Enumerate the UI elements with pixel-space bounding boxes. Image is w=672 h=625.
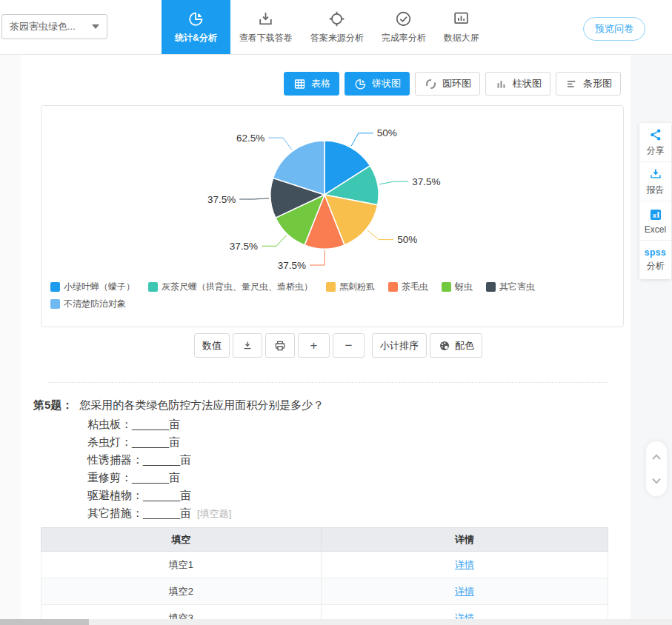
tab-3[interactable]: 完成率分析 xyxy=(373,0,435,54)
question-title: 您采用的各类绿色防控方法应用面积分别是多少？ xyxy=(79,398,324,412)
palette-icon xyxy=(438,339,451,352)
legend-marker xyxy=(442,282,451,292)
scroll-up-button[interactable] xyxy=(648,448,665,466)
legend-item[interactable]: 不清楚防治对象 xyxy=(50,298,126,310)
legend-item[interactable]: 黑刺粉虱 xyxy=(326,281,375,293)
survey-selector-value: 茶园害虫绿色... xyxy=(10,20,76,33)
chart-legend: 小绿叶蝉（蠓子）灰茶尺蠖（拱背虫、量尺虫、造桥虫）黑刺粉虱茶毛虫蚜虫其它害虫不清… xyxy=(50,281,615,310)
fill-blank-table: 填空 详情 填空1详情填空2详情填空3详情 xyxy=(41,527,608,625)
pie-label-line xyxy=(239,198,269,199)
chart-type-button-4[interactable]: 条形图 xyxy=(556,72,621,96)
legend-label: 黑刺粉虱 xyxy=(339,281,375,293)
legend-item[interactable]: 茶毛虫 xyxy=(388,281,428,293)
chart-type-label: 条形图 xyxy=(583,77,612,90)
caret-down-icon xyxy=(92,24,99,29)
blank-line-text: 重修剪：______亩 xyxy=(87,471,180,484)
pie-label: 37.5% xyxy=(278,260,306,271)
column-header-blank: 填空 xyxy=(41,528,322,552)
pie-label: 50% xyxy=(397,234,417,245)
legend-marker xyxy=(50,282,60,292)
detail-cell: 详情 xyxy=(321,578,608,605)
table-row: 填空2详情 xyxy=(41,578,608,605)
chart-type-button-2[interactable]: 圆环图 xyxy=(415,72,480,96)
chart-type-label: 饼状图 xyxy=(372,77,401,90)
print-icon xyxy=(273,339,287,352)
chart-toolbar-button-小计排序[interactable]: 小计排序 xyxy=(372,333,427,358)
side-toolbar-item-share[interactable]: 分享 xyxy=(639,123,671,162)
legend-label: 茶毛虫 xyxy=(402,281,428,293)
download-tray-icon xyxy=(256,10,275,28)
survey-analysis-page: 茶园害虫绿色... 统计&分析查看下载答卷答案来源分析完成率分析数据大屏 预览问… xyxy=(0,0,672,625)
chart-toolbar-button-数值[interactable]: 数值 xyxy=(194,333,230,358)
chart-toolbar-button-+[interactable]: + xyxy=(298,333,330,358)
blank-line-text: 杀虫灯：______亩 xyxy=(87,435,180,448)
legend-marker xyxy=(148,282,158,292)
blank-line-text: 其它措施：______亩 xyxy=(87,507,191,519)
chart-type-label: 表格 xyxy=(311,77,330,90)
tab-2[interactable]: 答案来源分析 xyxy=(302,0,373,54)
blank-line-text: 粘虫板：______亩 xyxy=(87,418,180,430)
share-export-toolbar: 分享报告xExcelspss分析 xyxy=(639,123,671,279)
legend-item[interactable]: 灰茶尺蠖（拱背虫、量尺虫、造桥虫） xyxy=(148,281,313,293)
pie-chart-icon xyxy=(187,10,205,28)
pie-label: 37.5% xyxy=(207,194,236,205)
dashboard-icon xyxy=(452,10,470,28)
horizontal-scrollbar-thumb[interactable] xyxy=(0,619,89,625)
survey-selector-dropdown[interactable]: 茶园害虫绿色... xyxy=(1,14,107,39)
chart-type-button-1[interactable]: 饼状图 xyxy=(345,72,410,96)
pie-label: 37.5% xyxy=(412,176,440,187)
side-toolbar-label: 分析 xyxy=(647,260,665,273)
detail-cell: 详情 xyxy=(321,552,608,578)
tab-label: 完成率分析 xyxy=(382,32,426,44)
chart-toolbar-button-download[interactable] xyxy=(233,333,262,358)
chart-toolbar-button-−[interactable]: − xyxy=(333,333,365,358)
blank-cell: 填空1 xyxy=(41,552,322,578)
svg-text:x: x xyxy=(652,210,656,218)
blank-line: 驱避植物：______亩 xyxy=(87,487,231,504)
side-toolbar-label: 分享 xyxy=(647,144,665,157)
detail-link[interactable]: 详情 xyxy=(455,559,474,570)
toolbar-button-label: + xyxy=(310,338,318,353)
chart-type-button-3[interactable]: 柱状图 xyxy=(485,72,550,96)
legend-marker xyxy=(50,299,60,309)
tab-label: 查看下载答卷 xyxy=(239,32,293,44)
legend-item[interactable]: 小绿叶蝉（蠓子） xyxy=(50,281,135,293)
detail-link[interactable]: 详情 xyxy=(455,586,474,597)
toolbar-button-label: 配色 xyxy=(455,339,474,352)
pie-label: 50% xyxy=(377,127,397,138)
question-header: 第5题： 您采用的各类绿色防控方法应用面积分别是多少？ xyxy=(33,398,324,412)
legend-label: 蚜虫 xyxy=(455,281,473,293)
chart-toolbar-button-print[interactable] xyxy=(265,333,295,358)
side-toolbar-item-spss[interactable]: spss分析 xyxy=(639,241,671,279)
pie-label: 37.5% xyxy=(230,241,258,252)
pie-icon xyxy=(353,77,367,91)
tab-label: 统计&分析 xyxy=(175,32,217,44)
target-icon xyxy=(327,10,346,28)
side-toolbar-item-report-download[interactable]: 报告 xyxy=(639,162,671,201)
tab-active-0[interactable]: 统计&分析 xyxy=(162,0,230,54)
pie-label: 62.5% xyxy=(236,133,265,144)
table-icon xyxy=(293,77,307,91)
tab-4[interactable]: 数据大屏 xyxy=(435,0,488,54)
scroll-down-button[interactable] xyxy=(648,472,665,489)
chevron-up-icon xyxy=(648,448,665,466)
blank-line: 杀虫灯：______亩 xyxy=(87,433,231,451)
toolbar-button-label: 数值 xyxy=(202,339,222,352)
tab-label: 数据大屏 xyxy=(444,32,479,44)
blank-line: 重修剪：______亩 xyxy=(87,469,231,487)
legend-item[interactable]: 蚜虫 xyxy=(442,281,473,293)
table-row: 填空1详情 xyxy=(41,552,608,578)
legend-label: 其它害虫 xyxy=(499,281,535,293)
question-number: 第5题： xyxy=(33,398,73,412)
chart-toolbar-button-palette[interactable]: 配色 xyxy=(430,333,482,358)
pie-label-line xyxy=(310,250,325,265)
legend-item[interactable]: 其它害虫 xyxy=(486,281,535,293)
side-toolbar-item-excel[interactable]: xExcel xyxy=(639,201,671,241)
pie-label-line xyxy=(351,133,373,147)
preview-survey-button[interactable]: 预览问卷 xyxy=(583,17,645,41)
chevron-down-icon xyxy=(648,472,665,489)
pie-chart[interactable]: 50%37.5%50%37.5%37.5%37.5%62.5% xyxy=(41,106,623,282)
chart-type-button-0[interactable]: 表格 xyxy=(284,72,339,96)
toolbar-button-label: − xyxy=(345,338,353,353)
tab-1[interactable]: 查看下载答卷 xyxy=(230,0,302,54)
